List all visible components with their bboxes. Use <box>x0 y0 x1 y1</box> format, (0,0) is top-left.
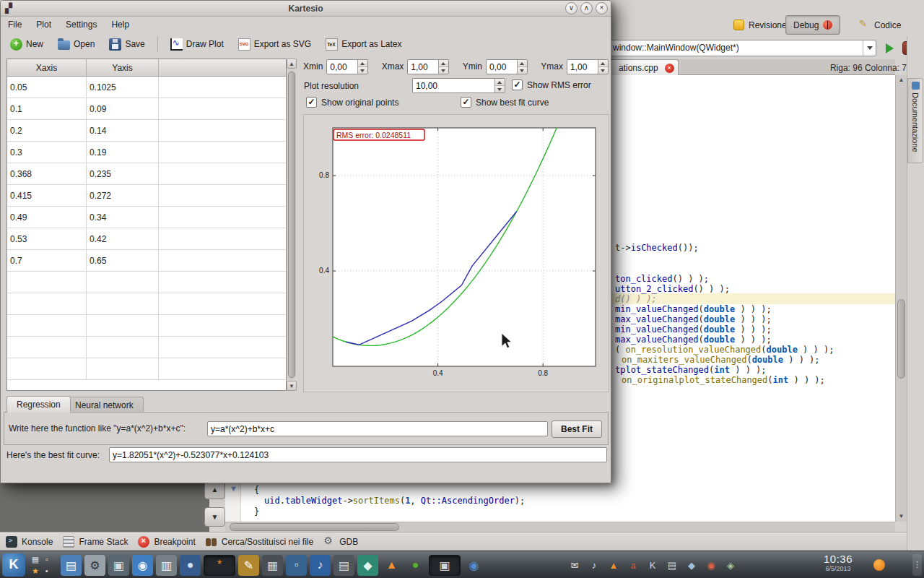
window-list-icon[interactable]: ▦ <box>32 554 39 564</box>
best-fit-button[interactable]: Best Fit <box>552 420 602 438</box>
kde-menu-button[interactable]: K <box>2 553 25 577</box>
table-cell-x[interactable] <box>7 315 87 336</box>
area-button-debug[interactable]: Debug <box>785 15 840 35</box>
kde-tray-icon[interactable]: K <box>645 558 660 572</box>
update-tray-icon[interactable]: ◉ <box>704 558 718 572</box>
chat-launcher-icon[interactable]: ◆ <box>357 555 378 576</box>
table-cell-x[interactable]: 0.2 <box>7 120 87 141</box>
menu-item-settings[interactable]: Settings <box>58 17 104 32</box>
table-cell-y[interactable]: 0.19 <box>87 142 159 163</box>
xmin-spinbox[interactable]: 0,00 <box>326 59 368 74</box>
toolbar-button-export-as-latex[interactable]: Export as Latex <box>319 35 408 53</box>
show-desktop-icon[interactable]: ▫ <box>45 554 48 564</box>
table-cell-x[interactable]: 0.368 <box>7 163 87 184</box>
leaf-icon[interactable]: ● <box>405 555 426 576</box>
konqueror-icon[interactable]: ◉ <box>463 555 484 576</box>
letter-a-tray-icon[interactable]: a <box>626 558 640 572</box>
table-cell-y[interactable]: 0.1025 <box>87 77 159 98</box>
network-tray-icon[interactable]: ◆ <box>684 558 699 572</box>
table-cell-y[interactable]: 0.34 <box>87 207 159 228</box>
table-cell-y[interactable] <box>87 293 159 314</box>
clock-widget[interactable]: 10:36 6/5/2013 <box>807 553 869 572</box>
spin-up-button[interactable] <box>598 60 608 66</box>
active-task-button[interactable]: * <box>204 555 235 576</box>
show-rms-checkbox[interactable]: ✓ Show RMS error <box>512 79 591 90</box>
toolbar-button-new[interactable]: New <box>4 35 50 53</box>
table-cell-x[interactable] <box>7 293 87 314</box>
editor-vertical-scrollbar[interactable]: ▲ ▼ <box>895 75 907 522</box>
table-cell-x[interactable]: 0.3 <box>7 142 87 163</box>
system-monitor-icon[interactable] <box>873 559 885 571</box>
menu-item-file[interactable]: File <box>1 17 29 32</box>
menu-item-plot[interactable]: Plot <box>29 17 58 32</box>
table-cell-x[interactable]: 0.53 <box>7 228 87 249</box>
table-cell-x[interactable]: 0.05 <box>7 77 87 98</box>
table-cell-y[interactable]: 0.42 <box>87 228 159 249</box>
area-button-codice[interactable]: Codice <box>852 15 908 35</box>
ymin-spinbox[interactable]: 0,00 <box>486 59 528 74</box>
volume-tray-icon[interactable]: ♪ <box>587 558 601 572</box>
function-input[interactable] <box>207 421 548 436</box>
toolview-button-konsole[interactable]: Konsole <box>6 536 53 548</box>
spin-up-button[interactable] <box>494 79 505 85</box>
ymax-spinbox[interactable]: 1,00 <box>567 59 609 74</box>
tab-regression[interactable]: Regression <box>6 396 71 413</box>
panel-handle[interactable]: ⋮ <box>912 554 922 576</box>
table-cell-x[interactable]: 0.7 <box>7 250 87 271</box>
spin-down-button[interactable] <box>517 66 527 74</box>
fold-marker-icon[interactable]: ▼ <box>230 484 237 493</box>
klipper-tray-icon[interactable]: ▤ <box>665 558 679 572</box>
spin-down-button[interactable] <box>438 66 448 74</box>
toolbar-button-draw-plot[interactable]: Draw Plot <box>164 35 230 53</box>
xmax-spinbox[interactable]: 1,00 <box>407 59 449 74</box>
toolbar-button-save[interactable]: Save <box>103 35 151 53</box>
table-cell-y[interactable] <box>87 337 159 358</box>
toolview-button-gdb[interactable]: GDB <box>323 536 358 548</box>
spin-down-button[interactable] <box>357 66 367 74</box>
settings-launcher-icon[interactable]: ⚙ <box>84 555 105 576</box>
spin-up-button[interactable] <box>438 60 448 66</box>
scroll-up-icon[interactable]: ▲ <box>287 59 297 69</box>
archive-launcher-icon[interactable]: ▤ <box>334 555 354 576</box>
resolution-spinbox[interactable]: 10,00 <box>412 78 505 93</box>
tab-close-icon[interactable]: × <box>665 64 674 73</box>
screenshot-launcher-icon[interactable]: ▫ <box>286 555 307 576</box>
close-button[interactable]: × <box>596 2 608 14</box>
toolbar-button-export-as-svg[interactable]: Export as SVG <box>232 35 318 53</box>
editor-horizontal-scrollbar[interactable] <box>225 522 895 532</box>
titlebar[interactable]: ▞ Kartesio ∨ ∧ × <box>1 1 611 17</box>
vlc-icon[interactable]: ▲ <box>381 555 402 576</box>
bookmark-star-icon[interactable]: ★ <box>32 566 39 576</box>
table-cell-x[interactable] <box>7 358 87 379</box>
table-cell-x[interactable]: 0.415 <box>7 185 87 206</box>
dock-tab-documentazione[interactable]: Documentazione <box>907 78 923 163</box>
media-launcher-icon[interactable]: ● <box>180 555 201 576</box>
scroll-down-icon[interactable]: ▼ <box>896 512 907 522</box>
area-button-revisione[interactable]: Revisione <box>726 15 794 35</box>
music-launcher-icon[interactable]: ♪ <box>310 555 331 576</box>
maximize-button[interactable]: ∧ <box>580 2 593 14</box>
scroll-thumb[interactable] <box>897 299 905 379</box>
mail-tray-icon[interactable]: ✉ <box>567 558 582 572</box>
office-launcher-icon[interactable]: ▥ <box>156 555 177 576</box>
table-cell-x[interactable]: 0.1 <box>7 98 87 119</box>
table-cell-x[interactable] <box>7 337 87 358</box>
table-cell-x[interactable] <box>7 272 87 293</box>
scroll-thumb[interactable] <box>230 523 399 531</box>
table-cell-y[interactable] <box>87 272 159 293</box>
menu-item-help[interactable]: Help <box>104 17 136 32</box>
table-cell-y[interactable] <box>87 315 159 336</box>
debug-continue-button[interactable] <box>881 40 899 57</box>
document-launcher-icon[interactable]: ▤ <box>61 555 82 576</box>
show-original-points-checkbox[interactable]: ✓ Show original points <box>306 97 398 108</box>
toolbar-button-open[interactable]: Open <box>51 35 101 53</box>
table-scrollbar[interactable]: ▲ ▼ <box>287 59 297 391</box>
task2-button[interactable]: ▣ <box>429 555 461 576</box>
files-launcher-icon[interactable]: ▣ <box>108 555 129 576</box>
table-cell-y[interactable]: 0.14 <box>87 120 159 141</box>
spin-up-button[interactable] <box>357 60 367 66</box>
tab-neural-network[interactable]: Neural network <box>65 397 144 413</box>
scroll-down-icon[interactable]: ▼ <box>287 381 297 391</box>
panel-scroll-down-button[interactable]: ▼ <box>204 507 225 527</box>
scroll-thumb[interactable] <box>288 72 295 378</box>
